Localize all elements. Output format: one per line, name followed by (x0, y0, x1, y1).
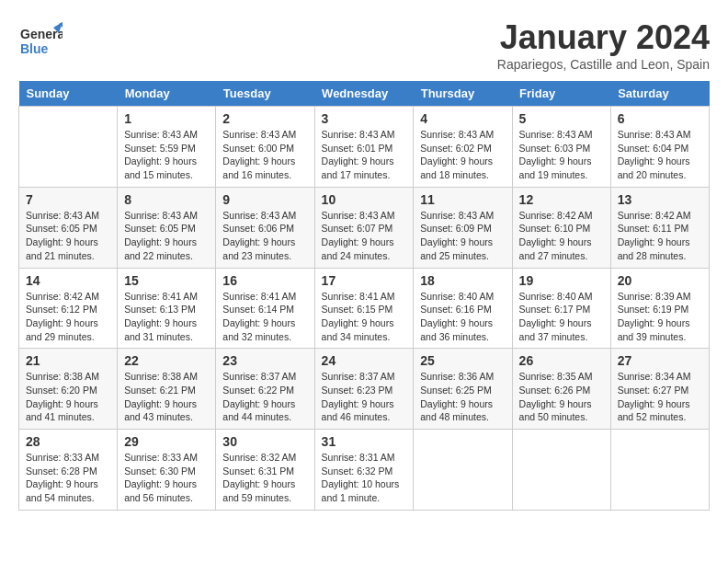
day-info: Sunrise: 8:42 AM Sunset: 6:10 PM Dayligh… (519, 209, 604, 263)
day-info: Sunrise: 8:32 AM Sunset: 6:31 PM Dayligh… (222, 451, 307, 505)
table-row (19, 107, 118, 188)
table-row: 23Sunrise: 8:37 AM Sunset: 6:22 PM Dayli… (216, 349, 314, 430)
table-row: 6Sunrise: 8:43 AM Sunset: 6:04 PM Daylig… (610, 107, 709, 188)
table-row: 24Sunrise: 8:37 AM Sunset: 6:23 PM Dayli… (314, 349, 414, 430)
table-row: 21Sunrise: 8:38 AM Sunset: 6:20 PM Dayli… (19, 349, 118, 430)
calendar-table: Sunday Monday Tuesday Wednesday Thursday… (18, 81, 710, 511)
table-row: 17Sunrise: 8:41 AM Sunset: 6:15 PM Dayli… (314, 268, 414, 349)
day-number: 26 (519, 353, 604, 368)
logo-icon: General Blue (18, 18, 63, 66)
table-row: 14Sunrise: 8:42 AM Sunset: 6:12 PM Dayli… (19, 268, 118, 349)
table-row: 5Sunrise: 8:43 AM Sunset: 6:03 PM Daylig… (512, 107, 610, 188)
table-row: 15Sunrise: 8:41 AM Sunset: 6:13 PM Dayli… (118, 268, 216, 349)
day-info: Sunrise: 8:39 AM Sunset: 6:19 PM Dayligh… (618, 290, 702, 344)
title-block: January 2024 Rapariegos, Castille and Le… (497, 18, 710, 72)
day-number: 5 (519, 111, 604, 126)
day-number: 12 (519, 192, 604, 207)
table-row: 16Sunrise: 8:41 AM Sunset: 6:14 PM Dayli… (216, 268, 314, 349)
day-number: 29 (124, 434, 209, 449)
day-number: 28 (26, 434, 110, 449)
day-number: 9 (222, 192, 307, 207)
day-info: Sunrise: 8:35 AM Sunset: 6:26 PM Dayligh… (519, 370, 604, 424)
table-row: 28Sunrise: 8:33 AM Sunset: 6:28 PM Dayli… (19, 430, 118, 511)
day-info: Sunrise: 8:43 AM Sunset: 6:07 PM Dayligh… (322, 209, 407, 263)
table-row: 11Sunrise: 8:43 AM Sunset: 6:09 PM Dayli… (414, 187, 512, 268)
table-row: 20Sunrise: 8:39 AM Sunset: 6:19 PM Dayli… (610, 268, 709, 349)
day-number: 2 (222, 111, 307, 126)
table-row (610, 430, 709, 511)
day-info: Sunrise: 8:40 AM Sunset: 6:16 PM Dayligh… (420, 290, 505, 344)
day-info: Sunrise: 8:43 AM Sunset: 6:04 PM Dayligh… (618, 128, 702, 182)
day-number: 14 (26, 273, 110, 288)
day-info: Sunrise: 8:38 AM Sunset: 6:21 PM Dayligh… (124, 370, 209, 424)
calendar-week-row: 14Sunrise: 8:42 AM Sunset: 6:12 PM Dayli… (19, 268, 710, 349)
day-number: 21 (26, 353, 110, 368)
day-number: 23 (222, 353, 307, 368)
table-row (512, 430, 610, 511)
calendar-week-row: 1Sunrise: 8:43 AM Sunset: 5:59 PM Daylig… (19, 107, 710, 188)
table-row: 9Sunrise: 8:43 AM Sunset: 6:06 PM Daylig… (216, 187, 314, 268)
day-number: 11 (420, 192, 505, 207)
day-number: 10 (322, 192, 407, 207)
day-number: 25 (420, 353, 505, 368)
day-info: Sunrise: 8:43 AM Sunset: 6:01 PM Dayligh… (322, 128, 407, 182)
day-info: Sunrise: 8:43 AM Sunset: 6:00 PM Dayligh… (222, 128, 307, 182)
day-info: Sunrise: 8:31 AM Sunset: 6:32 PM Dayligh… (322, 451, 407, 505)
day-info: Sunrise: 8:41 AM Sunset: 6:15 PM Dayligh… (322, 290, 407, 344)
day-info: Sunrise: 8:38 AM Sunset: 6:20 PM Dayligh… (26, 370, 110, 424)
day-info: Sunrise: 8:33 AM Sunset: 6:28 PM Dayligh… (26, 451, 110, 505)
day-number: 31 (322, 434, 407, 449)
day-number: 19 (519, 273, 604, 288)
table-row: 8Sunrise: 8:43 AM Sunset: 6:05 PM Daylig… (118, 187, 216, 268)
calendar-week-row: 21Sunrise: 8:38 AM Sunset: 6:20 PM Dayli… (19, 349, 710, 430)
day-number: 24 (322, 353, 407, 368)
day-info: Sunrise: 8:33 AM Sunset: 6:30 PM Dayligh… (124, 451, 209, 505)
table-row: 25Sunrise: 8:36 AM Sunset: 6:25 PM Dayli… (414, 349, 512, 430)
header-sunday: Sunday (19, 81, 118, 107)
day-number: 18 (420, 273, 505, 288)
table-row: 4Sunrise: 8:43 AM Sunset: 6:02 PM Daylig… (414, 107, 512, 188)
calendar-header-row: Sunday Monday Tuesday Wednesday Thursday… (19, 81, 710, 107)
day-info: Sunrise: 8:41 AM Sunset: 6:14 PM Dayligh… (222, 290, 307, 344)
table-row: 3Sunrise: 8:43 AM Sunset: 6:01 PM Daylig… (314, 107, 414, 188)
day-number: 7 (26, 192, 110, 207)
day-info: Sunrise: 8:43 AM Sunset: 6:06 PM Dayligh… (222, 209, 307, 263)
day-number: 16 (222, 273, 307, 288)
header-monday: Monday (118, 81, 216, 107)
day-number: 20 (618, 273, 702, 288)
table-row: 26Sunrise: 8:35 AM Sunset: 6:26 PM Dayli… (512, 349, 610, 430)
calendar-week-row: 7Sunrise: 8:43 AM Sunset: 6:05 PM Daylig… (19, 187, 710, 268)
header-saturday: Saturday (610, 81, 709, 107)
calendar-week-row: 28Sunrise: 8:33 AM Sunset: 6:28 PM Dayli… (19, 430, 710, 511)
day-number: 8 (124, 192, 209, 207)
day-info: Sunrise: 8:41 AM Sunset: 6:13 PM Dayligh… (124, 290, 209, 344)
day-info: Sunrise: 8:42 AM Sunset: 6:12 PM Dayligh… (26, 290, 110, 344)
table-row: 31Sunrise: 8:31 AM Sunset: 6:32 PM Dayli… (314, 430, 414, 511)
day-info: Sunrise: 8:43 AM Sunset: 6:05 PM Dayligh… (124, 209, 209, 263)
day-number: 1 (124, 111, 209, 126)
header-friday: Friday (512, 81, 610, 107)
header-wednesday: Wednesday (314, 81, 414, 107)
table-row: 12Sunrise: 8:42 AM Sunset: 6:10 PM Dayli… (512, 187, 610, 268)
day-number: 4 (420, 111, 505, 126)
table-row: 7Sunrise: 8:43 AM Sunset: 6:05 PM Daylig… (19, 187, 118, 268)
table-row: 2Sunrise: 8:43 AM Sunset: 6:00 PM Daylig… (216, 107, 314, 188)
day-info: Sunrise: 8:43 AM Sunset: 5:59 PM Dayligh… (124, 128, 209, 182)
day-number: 17 (322, 273, 407, 288)
page-header: General Blue January 2024 Rapariegos, Ca… (18, 18, 710, 72)
day-number: 22 (124, 353, 209, 368)
day-info: Sunrise: 8:43 AM Sunset: 6:09 PM Dayligh… (420, 209, 505, 263)
day-info: Sunrise: 8:34 AM Sunset: 6:27 PM Dayligh… (618, 370, 702, 424)
table-row: 1Sunrise: 8:43 AM Sunset: 5:59 PM Daylig… (118, 107, 216, 188)
day-info: Sunrise: 8:37 AM Sunset: 6:23 PM Dayligh… (322, 370, 407, 424)
table-row: 29Sunrise: 8:33 AM Sunset: 6:30 PM Dayli… (118, 430, 216, 511)
table-row: 18Sunrise: 8:40 AM Sunset: 6:16 PM Dayli… (414, 268, 512, 349)
header-thursday: Thursday (414, 81, 512, 107)
day-number: 27 (618, 353, 702, 368)
day-number: 15 (124, 273, 209, 288)
day-number: 3 (322, 111, 407, 126)
table-row: 27Sunrise: 8:34 AM Sunset: 6:27 PM Dayli… (610, 349, 709, 430)
location-subtitle: Rapariegos, Castille and Leon, Spain (497, 57, 710, 72)
table-row: 13Sunrise: 8:42 AM Sunset: 6:11 PM Dayli… (610, 187, 709, 268)
day-info: Sunrise: 8:43 AM Sunset: 6:05 PM Dayligh… (26, 209, 110, 263)
